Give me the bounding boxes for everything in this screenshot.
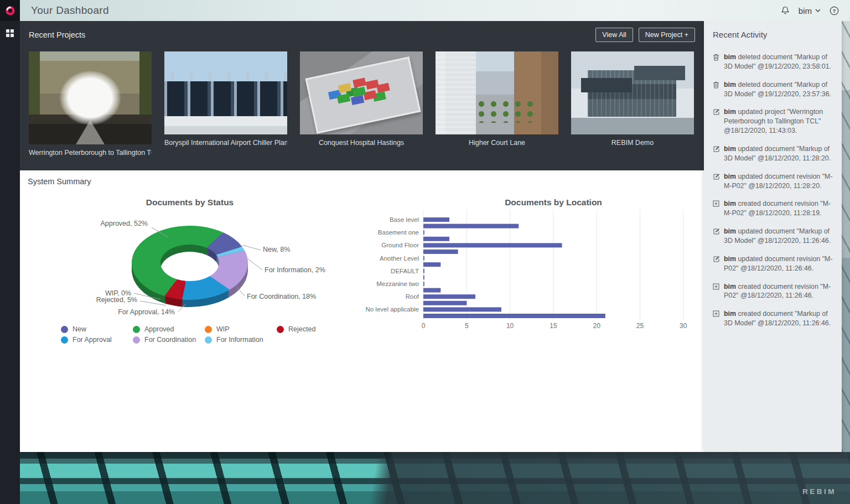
project-card[interactable]: Higher Court Lane [436, 51, 558, 147]
legend-label: New [72, 325, 86, 333]
activity-text: bim created document revision "M-M-P02" … [724, 199, 833, 218]
help-icon[interactable]: ? [830, 6, 839, 15]
project-card[interactable]: Boryspil International Airport Chiller P… [164, 51, 287, 147]
bar [423, 217, 449, 222]
documents-by-location-chart: Documents by Location 051015202530Base l… [365, 195, 697, 339]
legend-label: For Information [216, 336, 263, 344]
activity-item: bim deleted document "Markup of 3D Model… [713, 80, 833, 99]
activity-user: bim [724, 283, 736, 290]
category-label: Basement one [378, 229, 419, 236]
bar [423, 224, 519, 228]
edit-icon [713, 228, 720, 246]
activity-item: bim created document "Markup of 3D Model… [713, 309, 833, 328]
bar [423, 237, 449, 241]
bar [423, 243, 562, 247]
activity-user: bim [724, 81, 736, 89]
svg-text:?: ? [833, 7, 836, 13]
activity-text: bim created document "Markup of 3D Model… [724, 309, 833, 328]
bar [423, 314, 605, 318]
legend-item[interactable]: WIP [205, 325, 277, 333]
recent-activity-title: Recent Activity [713, 30, 833, 39]
project-card[interactable]: Werrington Peterborough to Tallington TC… [29, 51, 152, 157]
legend-label: Rejected [288, 325, 315, 333]
plus-square-icon [713, 310, 720, 328]
slice-label: For Approval, 14% [118, 308, 175, 316]
legend-item[interactable]: Rejected [277, 325, 349, 333]
legend-item[interactable]: Approved [133, 325, 205, 333]
x-tick-label: 30 [680, 322, 687, 330]
bar [423, 269, 424, 273]
bar [423, 307, 501, 311]
view-all-button[interactable]: View All [595, 28, 633, 42]
slice-label: For Information, 2% [265, 266, 325, 274]
x-tick-label: 10 [506, 322, 514, 330]
activity-item: bim updated document "Markup of 3D Model… [713, 144, 833, 163]
slice-label: New, 8% [263, 246, 290, 253]
legend-dot [277, 326, 284, 333]
project-title: Werrington Peterborough to Tallington TC… [29, 149, 152, 157]
category-label: Mezzanine two [376, 280, 419, 287]
activity-user: bim [724, 200, 736, 207]
slice-label: Rejected, 5% [96, 296, 137, 304]
slice-label: WIP, 0% [105, 289, 131, 297]
legend-label: WIP [216, 325, 230, 333]
project-title: Higher Court Lane [436, 139, 558, 147]
x-tick-label: 20 [593, 322, 601, 330]
background-photo-right [842, 21, 850, 452]
activity-text: bim updated document "Markup of 3D Model… [724, 227, 833, 246]
plus-square-icon [713, 200, 720, 218]
callout-line [248, 259, 262, 270]
legend-dot [133, 326, 140, 333]
legend-label: For Approval [72, 336, 112, 344]
bar [423, 230, 424, 235]
legend-item[interactable]: For Information [205, 336, 277, 344]
dashboard-grid-icon[interactable] [6, 29, 14, 37]
chevron-down-icon [815, 9, 821, 12]
activity-user: bim [724, 173, 736, 180]
bar [423, 250, 458, 254]
project-card[interactable]: REBIM Demo [571, 51, 694, 147]
bar [423, 294, 475, 299]
legend-dot [133, 336, 140, 344]
callout-line [242, 245, 261, 250]
project-card[interactable]: Conquest Hospital Hastings [300, 51, 423, 147]
notifications-bell-icon[interactable] [781, 6, 790, 15]
slice-label: Approved, 52% [101, 220, 148, 227]
legend-item[interactable]: New [61, 325, 133, 333]
project-thumbnail [29, 51, 152, 144]
top-bar-actions: bim ? [781, 6, 839, 15]
project-title: Boryspil International Airport Chiller P… [164, 139, 287, 147]
activity-user: bim [724, 53, 736, 61]
edit-icon [713, 173, 720, 191]
plus-square-icon [713, 283, 720, 301]
activity-user: bim [724, 255, 736, 263]
new-project-button[interactable]: New Project + [639, 28, 695, 42]
category-label: No level applicable [365, 306, 419, 313]
chart-title: Documents by Status [146, 198, 234, 207]
chart-title: Documents by Location [505, 198, 602, 207]
legend-item[interactable]: For Coordination [133, 336, 205, 344]
x-tick-label: 5 [465, 322, 469, 330]
legend-label: For Coordination [144, 336, 196, 344]
system-summary-title: System Summary [28, 177, 91, 186]
system-summary-section: System Summary Documents by Status New, … [20, 170, 704, 452]
activity-item: bim deleted document "Markup of 3D Model… [713, 53, 833, 71]
left-sidebar [0, 0, 20, 504]
activity-item: bim updated document "Markup of 3D Model… [713, 227, 833, 246]
x-tick-label: 15 [550, 322, 557, 330]
user-menu[interactable]: bim [799, 6, 821, 15]
activity-user: bim [724, 108, 736, 116]
category-label: Ground Floor [381, 242, 419, 248]
user-name: bim [799, 6, 812, 15]
app-logo[interactable] [0, 0, 20, 21]
legend-dot [61, 326, 68, 333]
activity-text: bim deleted document "Markup of 3D Model… [724, 53, 833, 71]
top-bar: Your Dashboard bim ? [20, 0, 850, 21]
legend-item[interactable]: For Approval [61, 336, 133, 344]
project-cards: Werrington Peterborough to Tallington TC… [29, 51, 695, 157]
recent-projects-title: Recent Projects [29, 30, 85, 39]
activity-text: bim created document revision "M-P02" @1… [724, 282, 833, 301]
bar [423, 256, 424, 261]
bar [423, 282, 424, 286]
chart-legend: NewApprovedWIPRejectedFor ApprovalFor Co… [61, 325, 349, 344]
